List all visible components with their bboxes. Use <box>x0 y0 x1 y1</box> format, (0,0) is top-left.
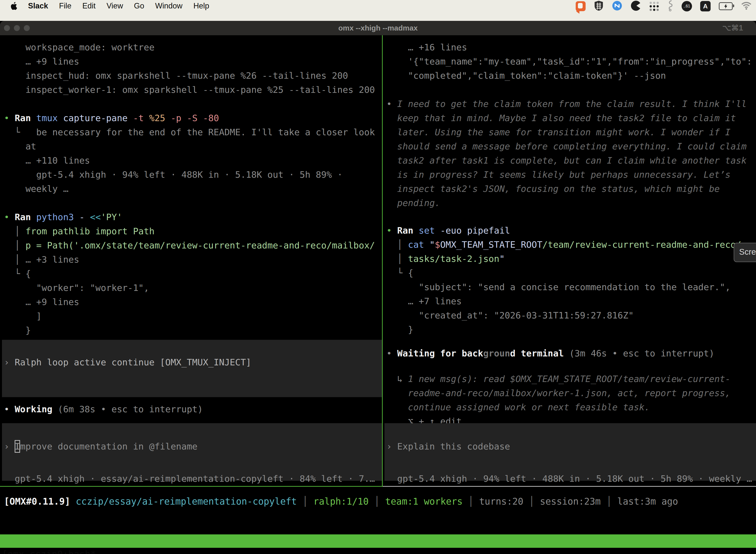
terminal-line: › Improve documentation in @filename <box>4 439 382 453</box>
terminal-line: ↳ 1 new msg(s): read $OMX_TEAM_STATE_ROO… <box>386 372 756 386</box>
terminal-line: gpt-5.4 xhigh · essay/ai-reimplementatio… <box>4 472 382 486</box>
menu-help[interactable]: Help <box>193 1 209 10</box>
menu-edit[interactable]: Edit <box>82 1 96 10</box>
terminal-line: at <box>4 139 382 153</box>
terminal-line: readme-and-reco/mailbox/worker-1.json, a… <box>386 386 756 400</box>
terminal-line: • Waiting for background terminal (3m 46… <box>386 346 756 361</box>
menu-slack[interactable]: Slack <box>28 1 48 10</box>
dots-grid-icon[interactable] <box>649 2 659 11</box>
apple-menu-icon[interactable] <box>11 2 17 10</box>
terminal-line: │ from pathlib import Path <box>4 224 382 238</box>
pane-bottom-border-active <box>0 486 383 487</box>
terminal-window: omx --xhigh --madmax ⌥⌘1 workspace_mode:… <box>0 21 756 554</box>
wifi-icon[interactable] <box>741 1 752 11</box>
ran-cat-task: • Ran set -euo pipefail │ cat "$OMX_TEAM… <box>382 223 756 337</box>
hud-config-output: workspace_mode: worktree … +9 lines insp… <box>0 40 382 97</box>
terminal-line: • Ran python3 - <<'PY' <box>4 210 382 224</box>
shield-grid-icon[interactable] <box>594 0 604 12</box>
terminal-line: └ { <box>386 266 756 280</box>
usage-status-line: gpt-5.4 xhigh · 94% left · 488K in · 5.1… <box>382 472 756 486</box>
menu-view[interactable]: View <box>107 1 123 10</box>
terminal-line: "worker": "worker-1", <box>4 281 382 295</box>
menu-go[interactable]: Go <box>134 1 144 10</box>
menu-status-icons: ..61 A <box>576 1 752 12</box>
tmux-pane-right[interactable]: … +16 lines '{"team_name":"my-team","tas… <box>382 35 756 486</box>
key-label: A <box>703 2 708 10</box>
ran-tmux-capture: • Ran tmux capture-pane -t %25 -p -S -80… <box>0 111 382 196</box>
terminal-line: "completed","claim_token":"claim-token"}… <box>386 68 756 82</box>
terminal-line: later. Using the same for transition mig… <box>386 125 756 139</box>
close-button[interactable] <box>4 25 10 31</box>
usage-status-line: gpt-5.4 xhigh · essay/ai-reimplementatio… <box>0 472 382 486</box>
terminal-line: ] <box>4 309 382 323</box>
terminal-line: • Working (6m 38s • esc to interrupt) <box>4 402 382 416</box>
ran-python3: • Ran python3 - <<'PY' │ from pathlib im… <box>0 210 382 337</box>
tmux-session-label: [omx-cczip0:bash* <box>2 548 96 554</box>
terminal-line: • Ran set -euo pipefail <box>386 223 756 237</box>
pane-divider[interactable] <box>382 35 383 486</box>
terminal-line: └ { <box>4 267 382 281</box>
terminal-line: pending. <box>386 196 756 210</box>
terminal-line: inspect task2's JSON, focusing on the st… <box>386 182 756 196</box>
minimize-button[interactable] <box>14 25 20 31</box>
omx-status-line: [OMX#0.11.9] cczip/essay/ai-reimplementa… <box>4 494 678 509</box>
mailbox-notice: ↳ 1 new msg(s): read $OMX_TEAM_STATE_ROO… <box>382 372 756 428</box>
terminal-line: weekly … <box>4 182 382 196</box>
key-a-icon[interactable]: A <box>700 1 711 11</box>
terminal-line: workspace_mode: worktree <box>4 40 382 54</box>
terminal-line: task2 after task1 is complete, but can I… <box>386 153 756 168</box>
ralph-loop-banner: › Ralph loop active continue [OMX_TMUX_I… <box>2 340 382 397</box>
menu-file[interactable]: File <box>59 1 71 10</box>
terminal-line: is in progress? It seems likely but perh… <box>386 168 756 182</box>
terminal-line: } <box>386 322 756 337</box>
terminal-line: } <box>4 323 382 337</box>
terminal-content: workspace_mode: worktree … +9 lines insp… <box>0 35 756 554</box>
screen-tooltip: Scre <box>734 243 756 262</box>
terminal-line: │ cat "$OMX_TEAM_STATE_ROOT/team/review-… <box>386 237 756 252</box>
terminal-line: '{"team_name":"my-team","task_id":"1","f… <box>386 54 756 68</box>
count-badge-icon[interactable]: ..61 <box>682 1 692 11</box>
terminal-line: … +9 lines <box>4 54 382 68</box>
battery-icon[interactable] <box>719 2 733 10</box>
terminal-line: should send a message before completing … <box>386 139 756 153</box>
terminal-line: │ … +3 lines <box>4 253 382 267</box>
tmux-pane-left[interactable]: workspace_mode: worktree … +9 lines insp… <box>0 35 382 486</box>
terminal-line: └ be necessary for the end of the README… <box>4 125 382 139</box>
window-shortcut-badge: ⌥⌘1 <box>722 21 743 35</box>
terminal-line: › Explain this codebase <box>386 439 756 453</box>
terminal-line: gpt-5.4 xhigh · 94% left · 488K in · 5.1… <box>4 168 382 182</box>
pane-bottom-border-inactive <box>383 486 756 487</box>
json-payload-output: … +16 lines '{"team_name":"my-team","tas… <box>382 40 756 82</box>
terminal-line: • I need to get the claim token from the… <box>386 97 756 111</box>
terminal-line: │ p = Path('.omx/state/team/review-curre… <box>4 238 382 253</box>
terminal-line: inspect_hud: omx sparkshell --tmux-pane … <box>4 68 382 82</box>
terminal-line: │ tasks/task-2.json" <box>386 252 756 266</box>
terminal-line: • Ran tmux capture-pane -t %25 -p -S -80 <box>4 111 382 125</box>
zoom-button[interactable] <box>24 25 30 31</box>
menu-items: SlackFileEditViewGoWindowHelp <box>28 1 209 10</box>
window-titlebar[interactable]: omx --xhigh --madmax ⌥⌘1 <box>0 21 756 35</box>
terminal-line: gpt-5.4 xhigh · 94% left · 488K in · 5.1… <box>386 472 756 486</box>
crescent-app-icon[interactable] <box>630 0 641 12</box>
waiting-status: • Waiting for background terminal (3m 46… <box>382 346 756 361</box>
terminal-line: … +9 lines <box>4 295 382 309</box>
thinking-block: • I need to get the claim token from the… <box>382 97 756 210</box>
hook-utility-icon[interactable] <box>667 0 674 12</box>
terminal-line: … +16 lines <box>386 40 756 54</box>
verified-badge-icon[interactable] <box>612 0 622 12</box>
terminal-line: "created_at": "2026-03-31T11:59:27.816Z" <box>386 308 756 322</box>
tmux-status-bar: [omx-cczip0:bash* "MacBook-Pro-44.local"… <box>0 535 756 548</box>
desktop-background: SlackFileEditViewGoWindowHelp ..61 A <box>0 0 756 21</box>
chat-app-icon[interactable] <box>576 1 586 11</box>
terminal-line: › Ralph loop active continue [OMX_TMUX_I… <box>4 355 382 369</box>
badge-count: ..61 <box>684 4 690 8</box>
terminal-line: inspect_worker-1: omx sparkshell --tmux-… <box>4 82 382 97</box>
menu-window[interactable]: Window <box>155 1 182 10</box>
window-title: omx --xhigh --madmax <box>0 21 756 35</box>
terminal-line: "subject": "send a concise recommendatio… <box>386 280 756 294</box>
terminal-line: continue assigned work or next feasible … <box>386 400 756 414</box>
terminal-line: … +7 lines <box>386 294 756 308</box>
terminal-line: … +110 lines <box>4 153 382 168</box>
terminal-line: keep that in mind. Maybe I also need the… <box>386 111 756 125</box>
working-status: • Working (6m 38s • esc to interrupt) <box>0 402 382 416</box>
